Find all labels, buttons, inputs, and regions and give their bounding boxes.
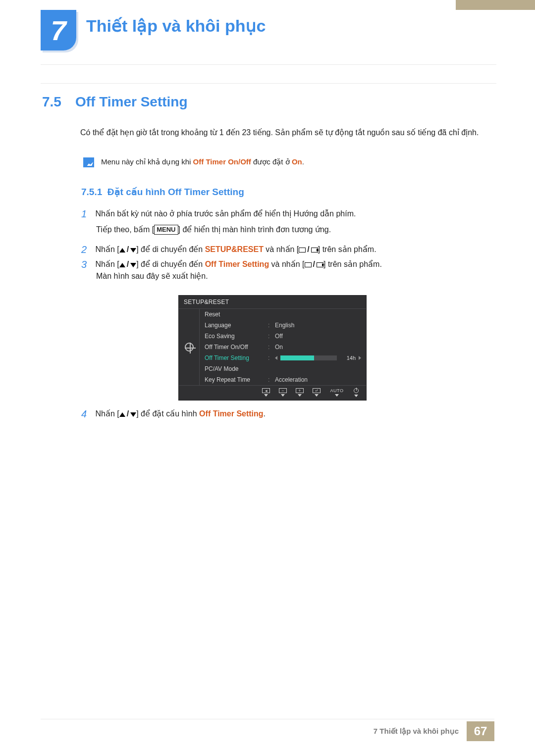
- osd-row-off-timer-setting: Off Timer Setting : 14h: [200, 353, 366, 363]
- osd-row-language: Language : English: [200, 320, 366, 331]
- note-row: Menu này chỉ khả dụng khi Off Timer On/O…: [83, 157, 487, 167]
- step-3-continued: Màn hình sau đây sẽ xuất hiện.: [96, 271, 487, 281]
- osd-title: SETUP&RESET: [179, 296, 366, 309]
- source-icon: [299, 248, 306, 252]
- osd-footer-enter: ⤶: [313, 388, 321, 397]
- down-arrow-icon: [130, 248, 136, 252]
- section-heading: 7.5Off Timer Setting: [42, 94, 188, 110]
- osd-footer-power: [353, 388, 359, 397]
- menu-key-label: MENU: [154, 225, 178, 235]
- enter-icon: [317, 262, 323, 267]
- step-4: 4 Nhấn [/] để đặt cấu hình Off Timer Set…: [81, 407, 487, 421]
- osd-row-reset: Reset: [200, 309, 366, 320]
- note-text: Menu này chỉ khả dụng khi Off Timer On/O…: [101, 157, 304, 166]
- osd-footer-auto: AUTO: [329, 388, 344, 397]
- step-number: 2: [81, 243, 93, 256]
- step-text: Nhấn [/] để đặt cấu hình Off Timer Setti…: [95, 407, 486, 421]
- step-1: 1 Nhấn bất kỳ nút nào ở phía trước sản p…: [81, 207, 487, 221]
- step-text: Nhấn bất kỳ nút nào ở phía trước sản phẩ…: [95, 207, 486, 221]
- section-intro-paragraph: Có thể đặt hẹn giờ tắt trong khoảng từ 1…: [80, 126, 487, 140]
- chapter-badge: 7: [41, 10, 76, 50]
- osd-footer: ◂ − + ⤶ AUTO: [179, 385, 366, 400]
- header-accent-bar: [456, 0, 535, 10]
- chapter-title: Thiết lập và khôi phục: [86, 16, 266, 36]
- footer-rule: [41, 719, 494, 719]
- source-icon: [305, 262, 312, 267]
- step-text: Nhấn [/] để di chuyển đến SETUP&RESET và…: [95, 243, 486, 256]
- power-icon: [354, 388, 359, 393]
- enter-icon: [311, 248, 318, 252]
- osd-footer-minus: −: [279, 388, 287, 397]
- up-arrow-icon: [119, 412, 125, 417]
- step-1-continued: Tiếp theo, bấm [MENU] để hiển thị màn hì…: [96, 225, 487, 235]
- osd-footer-plus: +: [296, 388, 304, 397]
- slider-track: [280, 355, 337, 360]
- osd-footer-back: ◂: [262, 388, 270, 397]
- step-number: 3: [81, 257, 93, 271]
- section-title: Off Timer Setting: [75, 94, 188, 109]
- footer-page-number: 67: [467, 721, 494, 741]
- osd-screenshot: SETUP&RESET Reset Language : English Eco…: [178, 295, 367, 401]
- chapter-number: 7: [51, 14, 66, 47]
- osd-row-eco-saving: Eco Saving : Off: [200, 331, 366, 342]
- slider-fill: [280, 355, 314, 360]
- subsection-number: 7.5.1: [81, 187, 102, 197]
- step-text: Nhấn [/] để di chuyển đến Off Timer Sett…: [95, 257, 486, 271]
- subsection-heading: 7.5.1 Đặt cấu hình Off Timer Setting: [81, 186, 244, 198]
- osd-row-pcav-mode: PC/AV Mode: [200, 363, 366, 374]
- osd-row-off-timer-onoff: Off Timer On/Off : On: [200, 342, 366, 353]
- divider: [41, 64, 496, 65]
- step-3: 3 Nhấn [/] để di chuyển đến Off Timer Se…: [81, 257, 487, 271]
- footer-chapter-label: 7 Thiết lập và khôi phục: [374, 727, 459, 736]
- subsection-title: Đặt cấu hình Off Timer Setting: [107, 187, 244, 197]
- section-number: 7.5: [42, 94, 61, 109]
- down-arrow-icon: [130, 412, 136, 417]
- page-footer: 7 Thiết lập và khôi phục 67: [0, 721, 535, 741]
- gear-icon: [185, 343, 194, 352]
- right-arrow-icon: [359, 356, 361, 360]
- note-icon: [83, 157, 94, 167]
- step-2: 2 Nhấn [/] để di chuyển đến SETUP&RESET …: [81, 243, 487, 256]
- step-number: 4: [81, 407, 93, 421]
- step-number: 1: [81, 207, 93, 221]
- up-arrow-icon: [119, 248, 125, 252]
- left-arrow-icon: [275, 356, 277, 360]
- osd-menu-list: Reset Language : English Eco Saving : Of…: [200, 309, 366, 385]
- osd-category-icon-column: [179, 309, 200, 385]
- up-arrow-icon: [119, 263, 125, 267]
- divider: [41, 83, 496, 84]
- osd-row-key-repeat-time: Key Repeat Time : Acceleration: [200, 374, 366, 385]
- slider-value: 14h: [341, 355, 356, 361]
- down-arrow-icon: [130, 263, 136, 267]
